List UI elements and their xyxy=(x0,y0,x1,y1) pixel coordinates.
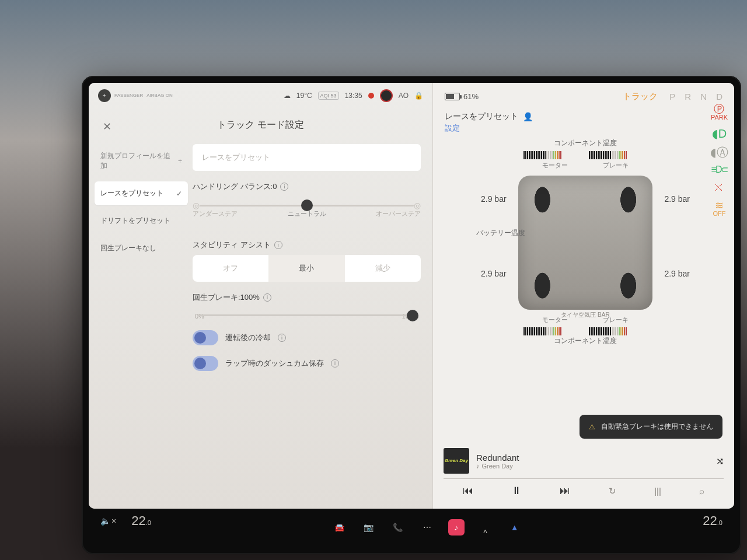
nav-app-button[interactable]: ▲ xyxy=(507,519,523,536)
motor-label-top: モーター xyxy=(542,161,568,170)
preset-name-label: レースをプリセット xyxy=(445,111,518,122)
airbag-text-1: PASSENGER xyxy=(114,93,143,98)
brake-label-top: ブレーキ xyxy=(603,161,629,170)
profile-list: 新規プロフィールを追加 + レースをプリセット ✓ ドリフトをプリセット 回生ブ… xyxy=(95,144,188,509)
handling-tick-right: オーバーステア xyxy=(376,209,421,218)
tire-pressure-fr: 2.9 bar xyxy=(664,194,690,204)
stability-less-button[interactable]: 減少 xyxy=(345,255,421,282)
driver-temp-button[interactable]: 22.0 xyxy=(131,513,151,528)
settings-link[interactable]: 設定 xyxy=(445,123,460,134)
profile-drift-preset[interactable]: ドリフトをプリセット xyxy=(95,209,188,233)
aqi-badge[interactable]: AQI 53 xyxy=(318,92,339,100)
stability-min-button[interactable]: 最小 xyxy=(268,255,344,282)
profile-no-regen[interactable]: 回生ブレーキなし xyxy=(95,236,188,260)
temp-bars-bottom xyxy=(445,327,726,336)
lock-icon[interactable]: 🔒 xyxy=(414,92,423,100)
status-bar: ✦ PASSENGER AIRBAG ON ☁ 19°C AQI 53 13:3… xyxy=(89,83,432,108)
repeat-button[interactable]: ↻ xyxy=(609,486,616,496)
media-progress[interactable] xyxy=(444,478,724,479)
passenger-temp-button[interactable]: 22.0 xyxy=(703,513,722,528)
check-icon: ✓ xyxy=(176,190,182,198)
stability-off-button[interactable]: オフ xyxy=(193,255,268,282)
info-icon[interactable]: i xyxy=(280,183,288,191)
play-pause-button[interactable]: ⏸ xyxy=(511,485,522,497)
alert-text: 自動緊急ブレーキは使用できません xyxy=(601,422,713,432)
handling-balance-label: ハンドリング バランス:0 xyxy=(193,181,277,192)
album-art[interactable]: Green Day xyxy=(444,448,469,474)
tire-bar-label: タイヤ空気圧 BAR xyxy=(561,311,609,319)
volume-mute-button[interactable]: 🔈 xyxy=(100,516,116,526)
profile-initials[interactable]: AO xyxy=(399,92,409,100)
tire-pressure-rl: 2.9 bar xyxy=(481,269,507,278)
close-icon[interactable]: ✕ xyxy=(103,120,111,133)
postdrive-cooling-toggle[interactable] xyxy=(193,330,218,345)
park-brake-icon: ⓅPARK xyxy=(711,104,728,121)
low-beam-icon: ◖D xyxy=(712,128,727,139)
shuffle-button[interactable]: ⤭ xyxy=(716,456,724,467)
add-profile-button[interactable]: 新規プロフィールを追加 + xyxy=(95,144,188,178)
add-profile-label: 新規プロフィールを追加 xyxy=(100,151,174,171)
battery-temp-label: バッテリー温度 xyxy=(476,228,525,238)
battery-percent: 61% xyxy=(463,92,479,101)
lap-dashcam-label: ラップ時のダッシュカム保存 xyxy=(225,358,324,369)
battery-icon[interactable] xyxy=(445,93,460,100)
gear-indicator: P R N D xyxy=(669,92,726,102)
regen-brake-label: 回生ブレーキ:100% xyxy=(193,292,260,303)
aeb-alert[interactable]: ⚠ 自動緊急ブレーキは使用できません xyxy=(580,415,722,439)
track-title[interactable]: Redundant xyxy=(476,453,519,463)
info-icon[interactable]: i xyxy=(274,241,282,249)
chassis-diagram: 2.9 bar 2.9 bar 2.9 bar 2.9 bar バッテリー温度 … xyxy=(518,176,652,310)
clock: 13:35 xyxy=(345,92,362,100)
info-icon[interactable]: i xyxy=(331,359,339,368)
handling-tick-mid: ニュートラル xyxy=(288,209,326,218)
previous-track-button[interactable]: ⏮ xyxy=(463,485,473,497)
panel-title-row: ✕ トラック モード設定 xyxy=(89,108,432,144)
weather-icon: ☁ xyxy=(284,92,291,100)
music-note-icon: ♪ xyxy=(476,463,480,470)
controls-column: レースをプリセット ハンドリング バランス:0 i ◎ ◎ アンダーステ xyxy=(193,144,421,509)
stability-assist-label: スタビリティ アシスト xyxy=(193,240,271,250)
person-icon: 👤 xyxy=(523,112,533,121)
component-temp-label-bottom: コンポーネント温度 xyxy=(445,336,726,346)
handling-tick-left: アンダーステア xyxy=(193,209,238,218)
screen: ✦ PASSENGER AIRBAG ON ☁ 19°C AQI 53 13:3… xyxy=(89,83,734,509)
next-track-button[interactable]: ⏭ xyxy=(560,485,570,497)
oversteer-icon: ◎ xyxy=(414,201,421,210)
temp-bars-top xyxy=(445,150,726,160)
search-button[interactable]: ⌕ xyxy=(699,486,704,496)
regen-brake-slider[interactable]: 0% 100% xyxy=(193,303,421,320)
plus-icon: + xyxy=(178,157,182,165)
touchscreen-frame: ✦ PASSENGER AIRBAG ON ☁ 19°C AQI 53 13:3… xyxy=(82,76,741,554)
airbag-icon: ✦ xyxy=(98,89,111,102)
recording-dot-icon[interactable] xyxy=(368,93,374,99)
profile-avatar[interactable] xyxy=(380,89,393,102)
info-icon[interactable]: i xyxy=(278,334,286,342)
profile-race-preset[interactable]: レースをプリセット ✓ xyxy=(95,181,188,205)
info-icon[interactable]: i xyxy=(263,293,271,302)
outside-temp: 19°C xyxy=(296,92,312,100)
warning-icon: ⚠ xyxy=(589,423,595,431)
more-apps-button[interactable]: ⋯ xyxy=(419,519,435,536)
caret-up-icon[interactable]: ^ xyxy=(477,525,494,541)
tire-pressure-rr: 2.9 bar xyxy=(664,269,690,278)
handling-balance-slider[interactable]: ◎ ◎ アンダーステア ニュートラル オーバーステア xyxy=(193,192,421,219)
track-artist[interactable]: Green Day xyxy=(482,463,513,470)
profile-label: ドリフトをプリセット xyxy=(100,216,170,226)
track-mode-badge[interactable]: トラック xyxy=(623,91,658,102)
tire-pressure-fl: 2.9 bar xyxy=(481,194,507,204)
vehicle-status-panel: 61% トラック P R N D ⓅPARK ◖D ◖Ⓐ ≡D⊂ ⛌ ≋OFF … xyxy=(433,83,734,509)
car-app-button[interactable]: 🚘 xyxy=(331,519,348,536)
equalizer-button[interactable]: ||| xyxy=(654,486,661,496)
phone-app-button[interactable]: 📞 xyxy=(390,519,406,536)
dashcam-app-button[interactable]: 📷 xyxy=(361,519,377,536)
stability-assist-segment: オフ 最小 減少 xyxy=(193,255,421,282)
track-mode-settings-panel: ✦ PASSENGER AIRBAG ON ☁ 19°C AQI 53 13:3… xyxy=(89,83,433,509)
profile-label: 回生ブレーキなし xyxy=(100,243,156,253)
lap-dashcam-toggle[interactable] xyxy=(193,356,218,371)
regen-tick-left: 0% xyxy=(195,313,204,320)
music-app-button[interactable]: ♪ xyxy=(448,519,465,536)
profile-name-input[interactable]: レースをプリセット xyxy=(193,144,421,171)
profile-name-placeholder: レースをプリセット xyxy=(202,153,270,162)
understeer-icon: ◎ xyxy=(193,201,200,210)
profile-label: レースをプリセット xyxy=(100,188,163,198)
